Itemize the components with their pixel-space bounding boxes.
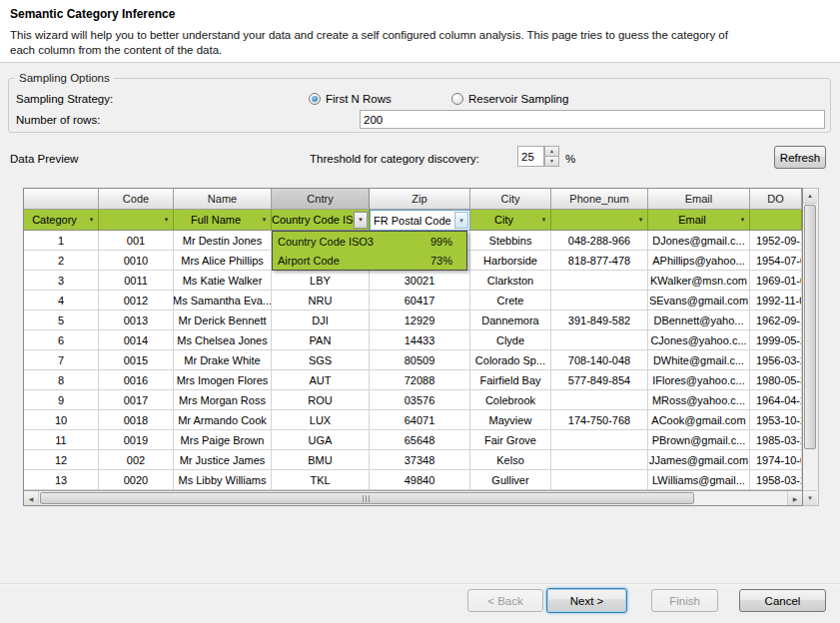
phone-cell [551,390,648,410]
data-preview-table: Code Name Cntry Zip City Phone_num Email… [23,188,819,506]
table-row[interactable]: 10 0018 Mr Armando Cook LUX 64071 Mayvie… [24,410,802,430]
vertical-scrollbar[interactable]: ▲ ▼ [803,188,819,506]
category-cell-city[interactable]: City ▼ [470,210,551,231]
category-cell-zip[interactable]: FR Postal Code ▼ [370,210,470,231]
chevron-down-icon[interactable]: ▼ [537,217,550,223]
dropdown-option[interactable]: Country Code ISO3 99% [273,232,466,251]
finish-button: Finish [651,589,718,612]
cntry-cell: DJI [272,311,370,330]
table-row[interactable]: 11 0019 Mrs Paige Brown UGA 65648 Fair G… [24,430,802,450]
table-row[interactable]: 7 0015 Mr Drake White SGS 80509 Colorado… [24,350,802,370]
cntry-cell: PAN [272,330,370,350]
email-cell: DJones@gmail.c... [648,231,750,251]
threshold-input[interactable] [517,146,544,167]
table-row[interactable]: 13 0020 Ms Libby Williams TKL 49840 Gull… [24,470,802,490]
corner-header[interactable] [24,189,99,210]
reservoir-sampling-radio[interactable]: Reservoir Sampling [451,93,568,105]
number-of-rows-input[interactable] [360,110,825,129]
back-button: < Back [467,589,543,612]
dob-cell: 1974-10-05 [750,450,802,470]
row-index-cell: 2 [24,251,99,271]
spinner-down-icon[interactable]: ▼ [544,157,559,167]
row-index-cell: 5 [24,311,99,330]
chevron-down-icon[interactable]: ▼ [258,217,271,223]
footer-separator [0,583,840,585]
table-row[interactable]: 8 0016 Mrs Imogen Flores AUT 72088 Fairf… [24,370,802,390]
dob-cell: 1956-03-25 [750,350,802,370]
email-cell: MRoss@yahoo.c... [648,390,750,410]
row-index-cell: 6 [24,330,99,350]
cntry-cell: BMU [272,450,370,470]
column-header-cntry[interactable]: Cntry [272,189,370,210]
table-row[interactable]: 6 0014 Ms Chelsea Jones PAN 14433 Clyde … [24,330,802,350]
category-row-label-cell[interactable]: Category ▼ [24,210,99,231]
v-scrollbar-thumb[interactable] [804,205,816,449]
city-cell: Harborside [470,251,551,271]
city-cell: Fair Grove [470,430,551,450]
name-cell: Mrs Paige Brown [174,430,272,450]
name-cell: Mrs Morgan Ross [174,390,272,410]
cancel-button[interactable]: Cancel [739,589,826,612]
column-header-zip[interactable]: Zip [370,189,470,210]
code-cell: 0011 [99,271,174,291]
combo-arrow-icon[interactable]: ▼ [454,212,468,229]
chevron-down-icon[interactable]: ▼ [736,217,749,223]
name-cell: Mr Drake White [174,350,272,370]
chevron-down-icon[interactable]: ▼ [85,217,98,223]
scroll-down-icon[interactable]: ▼ [803,490,817,505]
chevron-down-icon[interactable]: ▼ [634,217,647,223]
table-row[interactable]: 4 0012 Ms Samantha Eva... NRU 60417 Cret… [24,291,802,311]
dob-cell: 1969-01-01 [750,271,802,291]
phone-cell: 174-750-768 [551,410,648,430]
dob-cell: 1985-03-25 [750,430,802,450]
code-cell: 002 [99,450,174,470]
zip-cell: 12929 [370,311,470,330]
column-header-name[interactable]: Name [174,189,272,210]
column-header-dob[interactable]: DO [750,189,802,210]
name-cell: Mr Justice James [174,450,272,470]
column-header-phone[interactable]: Phone_num [551,189,648,210]
category-cell-name-label: Full Name [174,214,258,226]
category-cell-cntry[interactable]: Country Code ISO ▼ [272,210,370,231]
category-cell-code[interactable]: ▼ [99,210,174,231]
column-header-email[interactable]: Email [648,189,750,210]
column-header-city[interactable]: City [470,189,551,210]
table-row[interactable]: 9 0017 Mrs Morgan Ross ROU 03576 Colebro… [24,390,802,410]
column-header-code[interactable]: Code [99,189,174,210]
refresh-button[interactable]: Refresh [774,146,826,169]
horizontal-scrollbar[interactable]: ◀ ▶ [24,490,802,505]
dob-cell: 1992-11-05 [750,291,802,311]
code-cell: 0014 [99,330,174,350]
dropdown-option-confidence: 99% [430,236,452,248]
category-cell-phone[interactable]: ▼ [551,210,648,231]
next-button[interactable]: Next > [546,588,627,613]
table-row[interactable]: 5 0013 Mr Derick Bennett DJI 12929 Danne… [24,311,802,330]
city-cell: Clyde [470,330,551,350]
dropdown-option[interactable]: Airport Code 73% [273,251,466,270]
category-cell-dob[interactable] [750,210,802,231]
category-cell-name[interactable]: Full Name ▼ [174,210,272,231]
code-cell: 0020 [99,470,174,490]
reservoir-sampling-radio-label: Reservoir Sampling [468,93,568,105]
chevron-down-icon[interactable]: ▼ [160,217,173,223]
radio-unselected-icon [451,93,463,105]
first-n-rows-radio[interactable]: First N Rows [309,93,392,105]
spinner-up-icon[interactable]: ▲ [544,146,559,157]
scroll-left-icon[interactable]: ◀ [24,491,39,505]
h-scrollbar-thumb[interactable] [40,492,694,504]
category-cell-email[interactable]: Email ▼ [648,210,750,231]
combo-arrow-icon[interactable]: ▼ [354,212,368,229]
code-cell: 0013 [99,311,174,330]
table-row[interactable]: 3 0011 Ms Katie Walker LBY 30021 Clarkst… [24,271,802,291]
scroll-up-icon[interactable]: ▲ [803,189,817,204]
zip-cell: 14433 [370,330,470,350]
h-scrollbar-track[interactable] [39,491,787,505]
table-header-row: Code Name Cntry Zip City Phone_num Email… [24,189,802,210]
scroll-right-icon[interactable]: ▶ [787,491,802,505]
cntry-cell: SGS [272,350,370,370]
email-cell: LWilliams@gmail... [648,470,750,490]
number-of-rows-label: Number of rows: [16,114,100,126]
dob-cell: 1980-05-31 [750,370,802,390]
category-cell-city-label: City [470,214,537,226]
table-row[interactable]: 12 002 Mr Justice James BMU 37348 Kelso … [24,450,802,470]
